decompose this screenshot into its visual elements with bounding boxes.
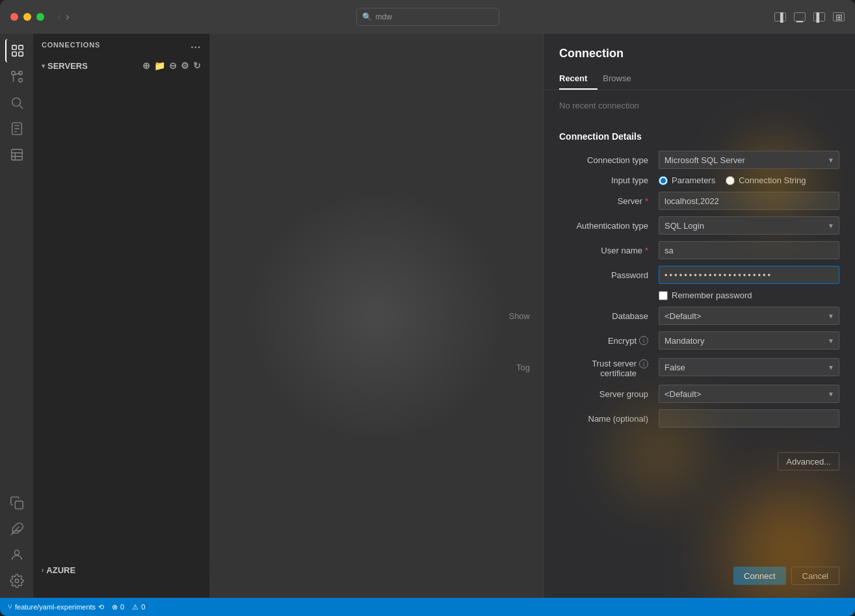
search-icon: 🔍 [362,12,372,21]
trust-server-cert-label: Trust server certificate i [559,356,653,378]
azure-label-sidebar: AZURE [46,565,75,575]
navigation-buttons: ‹ › [57,11,70,23]
search-bar[interactable]: 🔍 mdw [356,8,499,26]
filter-icon[interactable]: ⚙ [181,60,189,71]
svg-rect-0 [12,45,16,49]
sidebar-item-account[interactable] [5,543,29,567]
connections-label: CONNECTIONS [42,41,100,49]
authentication-type-label: Authentication type [559,221,653,231]
add-folder-icon[interactable]: 📁 [154,60,165,71]
back-button[interactable]: ‹ [57,11,60,23]
branch-info[interactable]: ⑂ feature/yaml-experiments ⟲ [8,602,104,611]
main-layout: CONNECTIONS ... ▾ SERVERS ⊕ 📁 ⊖ ⚙ ↻ [0,34,855,598]
server-row: Server * [559,192,839,210]
radio-parameters[interactable]: Parameters [659,175,715,185]
activity-bar [0,34,34,598]
more-options-button[interactable]: ... [191,39,201,51]
sidebar-item-settings[interactable] [5,569,29,593]
tab-browse[interactable]: Browse [603,68,641,90]
azure-section-sidebar: › AZURE [34,561,209,580]
database-label: Database [559,311,653,321]
password-row: Password [559,266,839,284]
new-connection-icon[interactable]: ⊕ [142,60,150,71]
sidebar: CONNECTIONS ... ▾ SERVERS ⊕ 📁 ⊖ ⚙ ↻ [34,34,209,598]
encrypt-select[interactable]: Mandatory Optional Strict [659,331,839,350]
branch-name: feature/yaml-experiments [15,603,96,611]
sidebar-header: CONNECTIONS ... [34,34,209,56]
refresh-icon[interactable]: ↻ [193,60,201,71]
branch-icon: ⑂ [8,602,12,611]
connection-details: Connection Details Connection type Micro… [544,121,855,444]
disconnect-icon[interactable]: ⊖ [169,60,177,71]
radio-connection-string-label: Connection String [739,175,806,185]
error-count[interactable]: ⊗ 0 [112,603,124,611]
server-group-label: Server group [559,389,653,399]
sidebar-item-connections[interactable] [5,39,29,62]
connection-type-label: Connection type [559,155,653,165]
radio-connection-string[interactable]: Connection String [726,175,806,185]
radio-connection-string-input[interactable] [726,176,735,185]
input-type-radio-group: Parameters Connection String [659,175,839,185]
cancel-button[interactable]: Cancel [791,567,839,585]
sync-icon: ⟲ [98,603,104,611]
server-label: Server * [559,196,653,206]
trust-server-cert-row: Trust server certificate i False True ▼ [559,356,839,378]
sidebar-header-actions: ... [191,39,201,51]
username-input[interactable] [659,241,839,259]
forward-button[interactable]: › [66,11,69,23]
warning-count[interactable]: ⚠ 0 [132,603,145,611]
servers-section: ▾ SERVERS ⊕ 📁 ⊖ ⚙ ↻ [34,56,209,75]
password-input[interactable] [659,266,839,284]
connect-button[interactable]: Connect [733,567,785,585]
layout-icon[interactable]: ⊞ [833,12,845,21]
database-select-wrapper: <Default> ▼ [659,307,839,325]
panel-left-icon[interactable]: ▐ [774,12,786,21]
sidebar-item-source-control[interactable] [5,65,29,88]
password-label: Password [559,270,653,280]
tab-recent[interactable]: Recent [559,68,598,90]
azure-header-sidebar[interactable]: › AZURE [34,563,209,577]
azure-expand-icon-sidebar: › [42,567,44,574]
svg-point-23 [15,579,19,583]
no-recent-message: No recent connection [544,90,855,121]
form-actions: Advanced... [544,444,855,478]
sidebar-item-search[interactable] [5,91,29,114]
server-group-row: Server group <Default> ▼ [559,385,839,403]
encrypt-info-icon[interactable]: i [639,336,648,345]
warning-icon: ⚠ [132,603,138,611]
svg-point-22 [14,550,19,555]
database-select[interactable]: <Default> [659,307,839,325]
trust-cert-info-icon[interactable]: i [639,359,648,368]
servers-label: SERVERS [47,61,88,71]
sidebar-item-copy[interactable] [5,491,29,515]
database-row: Database <Default> ▼ [559,307,839,325]
warning-number: 0 [141,603,145,611]
titlebar-icons: ▐ ▁ ▌ ⊞ [774,12,845,21]
connection-title: Connection [544,34,855,68]
svg-line-10 [20,105,23,109]
remember-password-checkbox[interactable] [659,291,668,300]
name-optional-input[interactable] [659,409,839,428]
close-button[interactable] [10,13,18,21]
servers-header[interactable]: ▾ SERVERS ⊕ 📁 ⊖ ⚙ ↻ [34,58,209,73]
server-group-select[interactable]: <Default> [659,385,839,403]
panel-right-icon[interactable]: ▌ [813,12,825,21]
advanced-button[interactable]: Advanced... [778,452,839,470]
trust-cert-select[interactable]: False True [659,358,839,376]
authentication-type-select[interactable]: SQL Login Windows Authentication Azure A… [659,216,839,235]
connection-type-select[interactable]: Microsoft SQL Server [659,151,839,169]
server-input[interactable] [659,192,839,210]
show-button[interactable]: Show [508,311,530,321]
minimize-button[interactable] [23,13,31,21]
toggle-button[interactable]: Tog [516,363,530,372]
radio-parameters-input[interactable] [659,176,668,185]
maximize-button[interactable] [36,13,44,21]
panel-bottom-icon[interactable]: ▁ [794,12,806,21]
svg-rect-3 [18,52,22,56]
sidebar-item-extensions[interactable] [5,517,29,541]
svg-rect-1 [18,45,22,49]
sidebar-item-notebook[interactable] [5,117,29,140]
servers-actions: ⊕ 📁 ⊖ ⚙ ↻ [142,60,201,71]
search-text: mdw [376,12,392,21]
sidebar-item-table[interactable] [5,143,29,166]
